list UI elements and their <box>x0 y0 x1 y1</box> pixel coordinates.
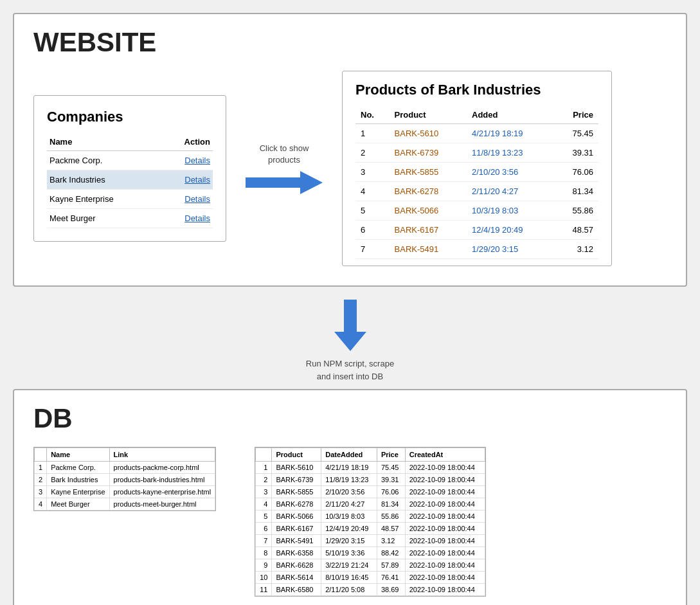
db-product-date: 1/29/20 3:15 <box>321 535 377 547</box>
db-product-price: 48.57 <box>377 523 405 535</box>
table-row: 2 Bark Industries products-bark-industri… <box>35 474 215 486</box>
db-product-created: 2022-10-09 18:00:44 <box>405 535 485 547</box>
product-name: BARK-5491 <box>390 240 467 259</box>
db-product-date: 2/11/20 4:27 <box>321 498 377 510</box>
product-price: 3.12 <box>554 240 598 259</box>
table-row: 5 BARK-5066 10/3/19 8:03 55.86 2022-10-0… <box>256 510 485 523</box>
db-products-col-no <box>256 448 272 462</box>
product-added: 2/10/20 3:56 <box>467 163 554 182</box>
product-name: BARK-6167 <box>390 221 467 240</box>
middle-label: Run NPM script, scrapeand insert into DB <box>306 357 394 383</box>
db-product-name: BARK-5855 <box>272 486 321 498</box>
companies-box: Companies Name Action Packme Corp. Detai… <box>33 95 226 242</box>
db-product-price: 3.12 <box>377 535 405 547</box>
db-products-col-price: Price <box>377 448 405 462</box>
details-link[interactable]: Details <box>184 194 210 204</box>
product-price: 76.06 <box>554 163 598 182</box>
product-name: BARK-5855 <box>390 163 467 182</box>
db-product-price: 38.69 <box>377 584 405 596</box>
companies-table: Name Action Packme Corp. Details Bark In… <box>47 133 213 228</box>
product-added: 4/21/19 18:19 <box>467 124 554 143</box>
db-product-date: 2/11/20 5:08 <box>321 584 377 596</box>
product-name: BARK-6739 <box>390 143 467 163</box>
db-title: DB <box>33 403 667 434</box>
db-section: DB Name Link 1 Packme Corp. products-pac… <box>13 389 687 605</box>
details-link[interactable]: Details <box>184 175 210 185</box>
db-product-no: 1 <box>256 462 272 474</box>
website-title: WEBSITE <box>33 27 667 58</box>
db-product-created: 2022-10-09 18:00:44 <box>405 462 485 474</box>
arrow-right-icon <box>246 171 323 194</box>
db-product-name: BARK-6167 <box>272 523 321 535</box>
table-row: 10 BARK-5614 8/10/19 16:45 76.41 2022-10… <box>256 572 485 584</box>
db-product-created: 2022-10-09 18:00:44 <box>405 572 485 584</box>
table-row: 1 BARK-5610 4/21/19 18:19 75.45 <box>355 124 598 143</box>
db-product-date: 8/10/19 16:45 <box>321 572 377 584</box>
db-product-date: 5/10/19 3:36 <box>321 547 377 559</box>
product-no: 5 <box>355 201 390 221</box>
table-row: 6 BARK-6167 12/4/19 20:49 48.57 2022-10-… <box>256 523 485 535</box>
db-product-name: BARK-6628 <box>272 559 321 572</box>
details-link[interactable]: Details <box>184 213 210 223</box>
products-heading: Products of Bark Industries <box>355 82 598 98</box>
table-row: 7 BARK-5491 1/29/20 3:15 3.12 <box>355 240 598 259</box>
product-name: BARK-5610 <box>390 124 467 143</box>
db-company-link: products-packme-corp.html <box>109 462 215 474</box>
table-row: 4 BARK-6278 2/11/20 4:27 81.34 <box>355 182 598 201</box>
db-product-no: 2 <box>256 474 272 486</box>
table-row: 7 BARK-5491 1/29/20 3:15 3.12 2022-10-09… <box>256 535 485 547</box>
db-product-name: BARK-6739 <box>272 474 321 486</box>
table-row: Kayne Enterprise Details <box>47 190 213 209</box>
db-product-price: 55.86 <box>377 510 405 523</box>
product-added: 11/8/19 13:23 <box>467 143 554 163</box>
table-row: 3 BARK-5855 2/10/20 3:56 76.06 2022-10-0… <box>256 486 485 498</box>
arrow-area: Click to showproducts <box>226 143 342 194</box>
db-products-table: Product DateAdded Price CreatedAt 1 BARK… <box>255 447 485 596</box>
db-company-name: Meet Burger <box>47 498 109 510</box>
company-name: Meet Burger <box>47 209 161 228</box>
db-product-name: BARK-5614 <box>272 572 321 584</box>
db-product-price: 76.06 <box>377 486 405 498</box>
product-price: 55.86 <box>554 201 598 221</box>
arrow-label: Click to showproducts <box>260 143 309 166</box>
product-no: 6 <box>355 221 390 240</box>
db-product-price: 57.89 <box>377 559 405 572</box>
db-product-no: 10 <box>256 572 272 584</box>
db-product-price: 76.41 <box>377 572 405 584</box>
product-no: 7 <box>355 240 390 259</box>
db-product-price: 75.45 <box>377 462 405 474</box>
db-product-price: 39.31 <box>377 474 405 486</box>
companies-col-name: Name <box>47 133 161 151</box>
db-product-name: BARK-6358 <box>272 547 321 559</box>
db-products-col-created: CreatedAt <box>405 448 485 462</box>
db-product-no: 5 <box>256 510 272 523</box>
table-row: Packme Corp. Details <box>47 151 213 170</box>
db-product-created: 2022-10-09 18:00:44 <box>405 510 485 523</box>
product-price: 39.31 <box>554 143 598 163</box>
product-no: 3 <box>355 163 390 182</box>
db-product-created: 2022-10-09 18:00:44 <box>405 486 485 498</box>
db-company-name: Kayne Enterprise <box>47 486 109 498</box>
product-price: 81.34 <box>554 182 598 201</box>
product-added: 1/29/20 3:15 <box>467 240 554 259</box>
db-product-created: 2022-10-09 18:00:44 <box>405 547 485 559</box>
db-company-no: 4 <box>35 498 47 510</box>
db-company-no: 2 <box>35 474 47 486</box>
table-row: 2 BARK-6739 11/8/19 13:23 39.31 2022-10-… <box>256 474 485 486</box>
db-product-name: BARK-5610 <box>272 462 321 474</box>
db-product-no: 9 <box>256 559 272 572</box>
db-companies-col-no <box>35 448 47 462</box>
db-product-created: 2022-10-09 18:00:44 <box>405 584 485 596</box>
table-row: 8 BARK-6358 5/10/19 3:36 88.42 2022-10-0… <box>256 547 485 559</box>
db-product-price: 81.34 <box>377 498 405 510</box>
table-row: 4 BARK-6278 2/11/20 4:27 81.34 2022-10-0… <box>256 498 485 510</box>
company-name: Packme Corp. <box>47 151 161 170</box>
table-row: 1 Packme Corp. products-packme-corp.html <box>35 462 215 474</box>
arrow-down-icon <box>334 300 366 351</box>
db-company-name: Packme Corp. <box>47 462 109 474</box>
details-link[interactable]: Details <box>184 156 210 165</box>
db-content: Name Link 1 Packme Corp. products-packme… <box>33 447 667 597</box>
table-row: 5 BARK-5066 10/3/19 8:03 55.86 <box>355 201 598 221</box>
company-action-cell: Details <box>161 151 213 170</box>
product-name: BARK-5066 <box>390 201 467 221</box>
